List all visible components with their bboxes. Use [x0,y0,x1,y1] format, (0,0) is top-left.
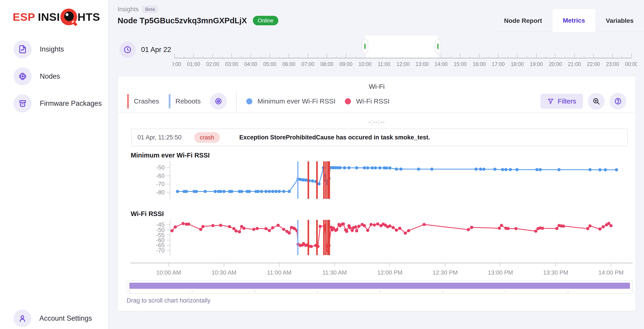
legend-toggle-min-rssi[interactable]: Minimum ever Wi-Fi RSSI [246,97,335,105]
hover-time-display: -:--:-- [118,118,636,125]
help-button[interactable] [610,93,626,110]
legend-toggle-crashes[interactable]: Crashes [127,94,159,108]
svg-text:19:00: 19:00 [530,61,543,67]
logo-text-esp: ESP [13,11,35,23]
zoom-in-icon [592,97,600,105]
legend-label: Wi-Fi RSSI [356,97,390,105]
tab-bar: Node Report Metrics Variables [494,0,644,32]
svg-text:-50: -50 [156,164,164,171]
tab-node-report[interactable]: Node Report [494,10,552,32]
chart-wifi-rssi[interactable]: -45-50-55-60-65-70 [127,219,633,256]
svg-text:12:00 PM: 12:00 PM [377,269,402,276]
main-area: Insights Beta Node Tp5GBuc5zvkq3mnGXPdLj… [108,0,644,329]
crash-event-row[interactable]: 01 Apr, 11:25:50 crash Exception StorePr… [131,129,628,146]
page-title: Node Tp5GBuc5zvkq3mnGXPdLjX [118,16,247,25]
status-badge: Online [253,16,278,25]
topbar-left: Insights Beta Node Tp5GBuc5zvkq3mnGXPdLj… [118,5,278,25]
svg-text:11:00: 11:00 [378,61,390,67]
svg-text:10:00 AM: 10:00 AM [156,269,181,276]
svg-text:15:00: 15:00 [454,61,467,67]
legend-row: Crashes Reboots Minimum ever Wi- [118,92,636,110]
legend-left: Crashes Reboots Minimum ever Wi- [127,91,390,111]
svg-text:16:00: 16:00 [472,61,486,67]
sidebar-item-label: Firmware Packages [40,99,102,108]
clock-icon [120,41,136,58]
svg-text:10:00: 10:00 [358,61,372,67]
svg-text:13:30 PM: 13:30 PM [543,269,568,276]
zoom-in-button[interactable] [588,93,605,110]
sidebar-item-nodes[interactable]: Nodes [0,67,108,85]
legend-divider [236,91,237,111]
svg-text:05:00: 05:00 [263,61,276,67]
crashes-color-bar [127,94,129,108]
svg-text:20:00: 20:00 [549,61,562,67]
tab-metrics[interactable]: Metrics [552,9,596,32]
svg-text:14:00: 14:00 [434,61,448,67]
min-rssi-color-dot [246,98,252,104]
svg-text:02:00: 02:00 [206,61,219,67]
chip-icon [14,67,32,85]
scroll-hint: Drag to scroll chart horizontally [127,297,636,304]
legend-label: Minimum ever Wi-Fi RSSI [257,97,335,105]
breadcrumb-insights[interactable]: Insights [118,6,138,13]
svg-text:22:00: 22:00 [587,61,600,67]
svg-text:09:00: 09:00 [340,61,352,67]
legend-toggle-wifi-rssi[interactable]: Wi-Fi RSSI [345,97,390,105]
account-settings-label: Account Settings [39,314,92,323]
reboots-color-bar [169,94,170,108]
svg-text:00:00: 00:00 [172,61,181,67]
sidebar-item-firmware-packages[interactable]: Firmware Packages [0,94,108,112]
beta-badge: Beta [142,5,158,13]
esp-insights-logo: ESPINSIHTS [0,0,108,25]
svg-text:10:30 AM: 10:30 AM [212,269,236,276]
timeline-section: 01 Apr 22 00:0001:0002:0003:0004:0005:00… [108,32,644,75]
tab-variables[interactable]: Variables [596,10,644,32]
topbar: Insights Beta Node Tp5GBuc5zvkq3mnGXPdLj… [108,0,644,32]
legend-toggle-reboots[interactable]: Reboots [169,94,201,108]
shared-time-axis: 10:00 AM10:30 AM11:00 AM11:30 AM12:00 PM… [127,262,633,276]
sidebar-item-label: Nodes [40,72,60,80]
title-row: Node Tp5GBuc5zvkq3mnGXPdLjX Online [118,16,278,25]
chart-title-wifi-rssi: Wi-Fi RSSI [131,210,636,218]
sidebar-item-insights[interactable]: Insights [0,40,108,58]
insights-icon [14,40,32,58]
date-label: 01 Apr 22 [141,46,171,54]
svg-text:13:00 PM: 13:00 PM [488,269,513,276]
legend-label: Crashes [134,97,159,105]
user-icon [14,310,31,327]
svg-text:00:00: 00:00 [625,61,637,67]
chart-min-ever-wifi-rssi[interactable]: -50-60-70-80 [127,161,633,199]
visibility-toggle-button[interactable] [210,93,227,110]
card-title: Wi-Fi [118,83,636,90]
legend-label: Reboots [176,97,201,105]
breadcrumb: Insights Beta [118,5,278,13]
timeline-brush[interactable]: 00:0001:0002:0003:0004:0005:0006:0007:00… [172,34,637,70]
svg-text:-70: -70 [156,181,164,187]
svg-text:03:00: 03:00 [225,61,238,67]
archive-box-icon [14,94,32,112]
svg-text:11:30 AM: 11:30 AM [322,269,347,276]
filters-label: Filters [558,97,576,105]
sidebar: ESPINSIHTS Insights Nodes Firmware Packa… [0,0,108,329]
event-message: Exception StoreProhibitedCause has occur… [239,134,430,141]
svg-text:04:00: 04:00 [244,61,257,67]
wifi-rssi-color-dot [345,98,351,104]
scrollbar-thumb[interactable] [129,283,630,289]
svg-text:-60: -60 [156,172,164,179]
svg-text:12:30 PM: 12:30 PM [432,269,458,276]
legend-right: Filters [540,93,626,110]
svg-text:17:00: 17:00 [492,61,505,67]
date-chip: 01 Apr 22 [120,41,171,58]
filters-button[interactable]: Filters [540,94,583,109]
help-icon [614,97,622,105]
crash-badge: crash [194,132,220,143]
svg-text:14:00 PM: 14:00 PM [598,269,624,276]
sidebar-item-account-settings[interactable]: Account Settings [0,310,108,329]
event-timestamp: 01 Apr, 11:25:50 [138,134,182,141]
app-root: ESPINSIHTS Insights Nodes Firmware Packa… [0,0,644,329]
horizontal-scrollbar[interactable] [127,281,633,294]
svg-text:18:00: 18:00 [511,61,524,67]
svg-text:12:00: 12:00 [396,61,410,67]
svg-text:06:00: 06:00 [282,61,295,67]
svg-text:01:00: 01:00 [187,61,200,67]
